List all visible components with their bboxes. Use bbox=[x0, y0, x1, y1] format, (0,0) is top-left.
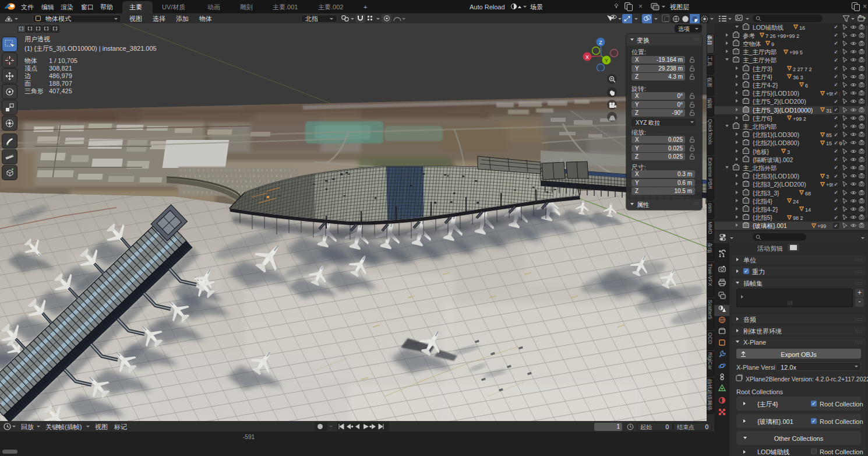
svg-text:Z: Z bbox=[599, 40, 602, 45]
